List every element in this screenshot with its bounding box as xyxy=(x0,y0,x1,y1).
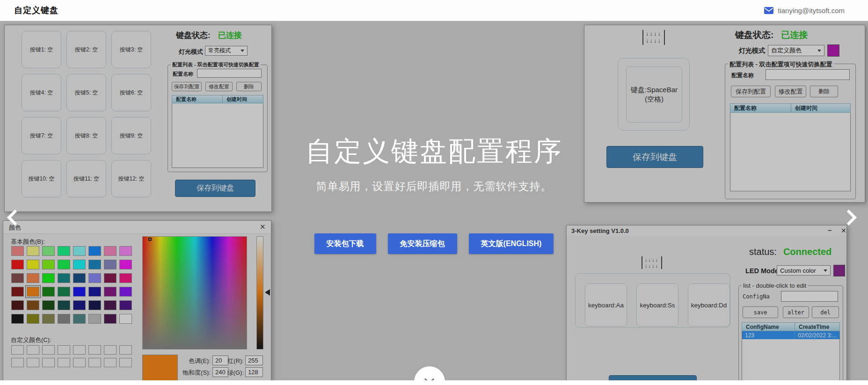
installer-download-button[interactable]: 安装包下载 xyxy=(314,233,376,254)
portable-zip-button[interactable]: 免安装压缩包 xyxy=(388,233,457,254)
envelope-icon xyxy=(764,7,773,14)
site-brand: 自定义键盘 xyxy=(14,5,58,16)
top-navbar: 自定义键盘 tianying@itytsoft.com xyxy=(0,0,868,21)
download-buttons-row: 安装包下载 免安装压缩包 英文版(ENGLISH) xyxy=(0,233,868,254)
hero-carousel: 按键1: 空按键2: 空按键3: 空按键4: 空按键5: 空按键6: 空按键7:… xyxy=(0,21,868,380)
contact-email[interactable]: tianying@itytsoft.com xyxy=(764,7,845,15)
page-subtitle: 简单易用，设置好后即插即用，无需软件支持。 xyxy=(0,179,868,194)
page-title: 自定义键盘配置程序 xyxy=(0,133,868,170)
email-address: tianying@itytsoft.com xyxy=(778,7,845,15)
chevron-down-icon xyxy=(424,374,434,380)
carousel-dim-overlay xyxy=(0,21,868,380)
english-version-button[interactable]: 英文版(ENGLISH) xyxy=(469,233,554,254)
